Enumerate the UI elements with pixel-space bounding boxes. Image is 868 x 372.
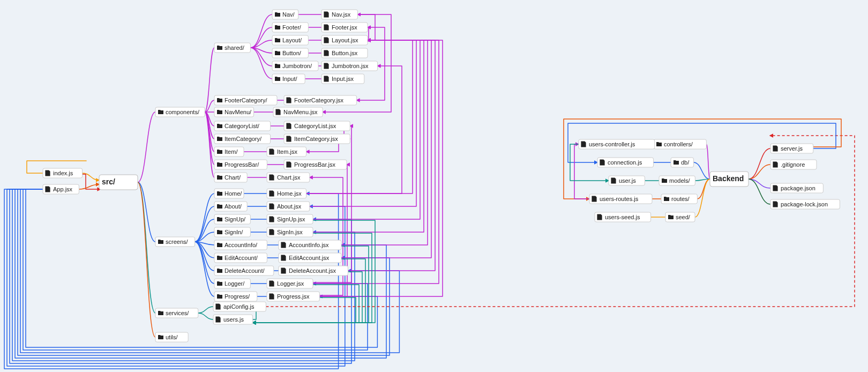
- node-footerjsx: Footer.jsx: [321, 23, 368, 32]
- folder-icon: [656, 142, 662, 146]
- node-categorylist: CategoryList/: [214, 121, 271, 131]
- file-icon: [597, 214, 602, 220]
- folder-icon: [217, 294, 222, 299]
- node-gitignore: .gitignore: [770, 160, 817, 169]
- file-icon: [611, 178, 616, 183]
- node-footerjsx-label: Footer.jsx: [332, 24, 357, 31]
- node-serverjs-label: server.js: [781, 145, 803, 152]
- file-icon: [270, 204, 274, 209]
- node-itemcategory: ItemCategory/: [214, 134, 271, 144]
- node-nav: Nav/: [272, 10, 298, 19]
- node-shared-label: shared/: [225, 44, 245, 51]
- node-utils: utils/: [155, 332, 188, 342]
- node-usersroutes: users-routes.js: [589, 194, 652, 204]
- file-icon: [773, 162, 777, 167]
- node-packagelock: package-lock.json: [770, 199, 840, 209]
- node-usersseed: users-seed.js: [595, 212, 651, 222]
- folder-icon: [275, 51, 280, 55]
- folder-icon: [158, 110, 163, 114]
- node-deleteaccountjsx: DeleteAccount.jsx: [279, 266, 348, 276]
- node-appjsx-label: App.jsx: [53, 186, 73, 192]
- folder-icon: [158, 335, 163, 339]
- node-loggerjsx-label: Logger.jsx: [277, 280, 304, 287]
- folder-icon: [275, 38, 280, 42]
- node-progressjsx: Progress.jsx: [267, 292, 319, 301]
- node-accountinfojsx-label: AccountInfo.jsx: [289, 242, 329, 248]
- node-homejsx-label: Home.jsx: [277, 190, 302, 197]
- file-icon: [773, 185, 777, 191]
- node-signin-label: SignIn/: [225, 229, 243, 235]
- file-icon: [270, 229, 274, 235]
- node-editaccount-label: EditAccount/: [225, 255, 258, 261]
- node-itemjsx-label: Item.jsx: [277, 148, 297, 155]
- file-icon: [600, 160, 604, 165]
- folder-icon: [217, 162, 222, 167]
- node-homejsx: Home.jsx: [267, 189, 306, 198]
- node-inputjsx-label: Input.jsx: [332, 76, 354, 82]
- folder-icon: [217, 124, 222, 128]
- node-deleteaccount-label: DeleteAccount/: [225, 267, 265, 274]
- file-icon: [773, 202, 777, 207]
- file-icon: [324, 12, 328, 17]
- file-icon: [324, 76, 328, 81]
- node-usersjs: users.js: [213, 315, 253, 324]
- node-signinjsx-label: SignIn.jsx: [277, 229, 303, 235]
- node-item-label: Item/: [225, 148, 238, 155]
- file-icon: [287, 136, 291, 142]
- folder-icon: [217, 256, 222, 260]
- node-about-label: About/: [225, 203, 242, 210]
- file-icon: [324, 38, 328, 43]
- node-home-label: Home/: [225, 190, 242, 197]
- node-navjsx: Nav.jsx: [321, 10, 357, 19]
- node-loggerjsx: Logger.jsx: [267, 279, 313, 288]
- node-footercategory: FooterCategory/: [214, 95, 277, 105]
- file-icon: [270, 294, 274, 299]
- node-src-root-label: src/: [102, 177, 115, 186]
- node-editaccountjsx-label: EditAccount.jsx: [289, 255, 330, 261]
- file-icon: [276, 109, 280, 115]
- node-categorylistjsx-label: CategoryList.jsx: [294, 123, 336, 129]
- folder-icon: [217, 150, 222, 154]
- node-editaccount: EditAccount/: [214, 253, 267, 263]
- folder-icon: [217, 110, 222, 114]
- folder-icon: [158, 240, 163, 244]
- node-packagejson: package.json: [770, 183, 823, 193]
- file-icon: [324, 63, 328, 69]
- node-button-label: Button/: [282, 50, 302, 56]
- node-progressbar: ProgressBar/: [214, 160, 267, 169]
- node-userscontroller: users-controller.js: [579, 139, 655, 149]
- node-itemjsx: Item.jsx: [267, 147, 306, 157]
- node-accountinfo-label: AccountInfo/: [225, 242, 258, 248]
- node-components: components/: [155, 107, 205, 117]
- node-chart: Chart/: [214, 173, 247, 182]
- folder-icon: [674, 160, 679, 165]
- node-packagelock-label: package-lock.json: [781, 201, 828, 207]
- folder-icon: [668, 215, 674, 219]
- file-icon: [592, 196, 596, 202]
- node-serverjs: server.js: [770, 144, 813, 153]
- node-progress: Progress/: [214, 292, 257, 301]
- node-controllers: controllers/: [654, 139, 706, 149]
- node-accountinfojsx: AccountInfo.jsx: [279, 240, 341, 250]
- node-packagejson-label: package.json: [781, 185, 815, 191]
- node-jumbotron-label: Jumbotron/: [282, 63, 312, 69]
- node-connection-label: connection.js: [608, 159, 642, 166]
- node-jumbotronjsx: Jumbotron.jsx: [321, 61, 378, 71]
- node-apiconfig: apiConfig.js: [213, 302, 266, 311]
- node-usersroutes-label: users-routes.js: [600, 196, 639, 202]
- node-aboutjsx-label: About.jsx: [277, 203, 302, 210]
- node-layout-label: Layout/: [282, 37, 302, 43]
- node-signup-label: SignUp/: [225, 216, 246, 222]
- node-navmenujsx: NavMenu.jsx: [273, 107, 323, 117]
- node-components-label: components/: [166, 109, 200, 115]
- node-about: About/: [214, 202, 247, 211]
- node-itemcategoryjsx: ItemCategory.jsx: [284, 134, 350, 144]
- file-icon: [270, 217, 274, 222]
- node-navmenujsx-label: NavMenu.jsx: [283, 109, 318, 115]
- file-icon: [287, 162, 291, 167]
- node-itemcategory-label: ItemCategory/: [225, 136, 262, 142]
- node-categorylist-label: CategoryList/: [225, 123, 260, 129]
- node-input-label: Input/: [282, 76, 297, 82]
- folder-icon: [217, 281, 222, 286]
- diagram-canvas: index.jsApp.jsxsrc/components/screens/se…: [0, 0, 868, 372]
